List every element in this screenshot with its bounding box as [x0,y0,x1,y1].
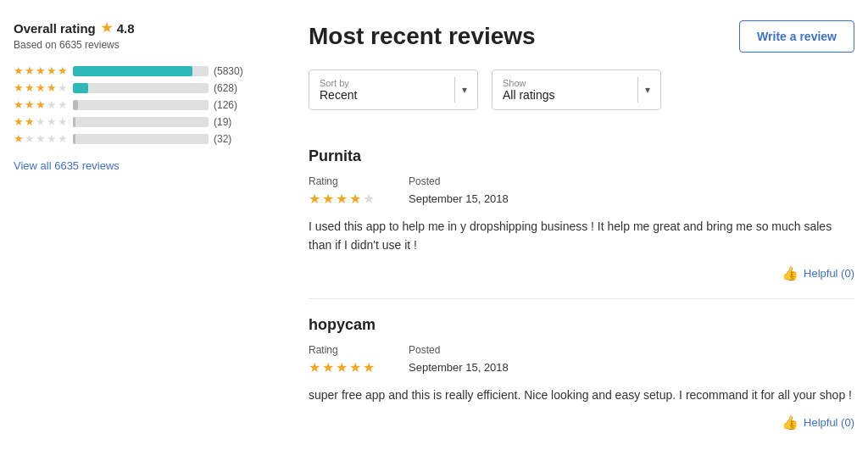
thumbs-up-icon: 👍 [782,265,798,281]
posted-label: Posted [409,175,509,187]
review-meta: Rating ★ ★ ★ ★ ★ Posted September 15, 20… [309,175,854,207]
star: ★ [349,191,361,207]
show-value: All ratings [503,88,554,102]
star: ★ [14,115,24,128]
star: ★ [336,359,348,375]
rating-bar-row-3: ★ ★ ★ ★ ★ (126) [14,98,281,111]
review-date: September 15, 2018 [409,191,509,205]
left-panel: Overall rating ★ 4.8 Based on 6635 revie… [14,20,302,447]
most-recent-title: Most recent reviews [309,23,536,50]
review-stars: ★ ★ ★ ★ ★ [309,359,375,375]
posted-col: Posted September 15, 2018 [409,175,509,207]
rating-bar-row-4: ★ ★ ★ ★ ★ (628) [14,81,281,94]
posted-label: Posted [409,344,509,356]
thumbs-up-icon: 👍 [782,414,798,431]
star: ★ [349,359,361,375]
bar-fill [73,117,75,127]
star-empty: ★ [58,98,68,111]
star-empty: ★ [58,81,68,94]
star: ★ [336,191,348,207]
star: ★ [309,191,320,207]
show-label: Show [503,78,631,88]
write-review-button[interactable]: Write a review [739,20,854,53]
stars-3: ★ ★ ★ ★ ★ [14,98,68,111]
filter-divider [637,77,638,103]
bar-count: (19) [214,116,244,128]
helpful-row: 👍 Helpful (0) [309,414,854,431]
helpful-label: Helpful (0) [804,416,854,429]
show-select[interactable]: Show All ratings ▾ [492,69,661,110]
star: ★ [47,64,57,77]
rating-col: Rating ★ ★ ★ ★ ★ [309,175,375,207]
bar-count: (32) [214,133,244,145]
star: ★ [25,115,35,128]
bar-fill [73,66,192,76]
overall-rating-heading: Overall rating ★ 4.8 [14,20,281,36]
review-text: I used this app to help me in y dropship… [309,217,854,255]
bar-count: (5830) [214,65,244,77]
stars-1: ★ ★ ★ ★ ★ [14,132,68,145]
review-date: September 15, 2018 [409,359,509,374]
star: ★ [25,81,35,94]
star: ★ [14,132,24,145]
sort-by-inner: Sort by Recent [320,78,448,102]
rating-bars: ★ ★ ★ ★ ★ (5830) ★ ★ ★ ★ ★ [14,64,281,145]
star: ★ [58,64,68,77]
bar-track [73,66,209,76]
bar-fill [73,83,88,93]
star: ★ [309,359,320,375]
star-empty: ★ [47,98,57,111]
bar-count: (628) [214,82,244,94]
bar-track [73,134,209,144]
star-empty: ★ [58,132,68,145]
right-header: Most recent reviews Write a review [309,20,854,53]
review-item: hopycam Rating ★ ★ ★ ★ ★ Posted Septembe… [309,299,854,447]
star-empty: ★ [47,115,57,128]
star: ★ [25,64,35,77]
rating-bar-row-2: ★ ★ ★ ★ ★ (19) [14,115,281,128]
stars-4: ★ ★ ★ ★ ★ [14,81,68,94]
rating-value: 4.8 [117,21,135,36]
sort-by-value: Recent [320,88,357,102]
bar-track [73,100,209,110]
sort-by-select[interactable]: Sort by Recent ▾ [309,69,478,110]
star-empty: ★ [47,132,57,145]
sort-by-label: Sort by [320,78,448,88]
star-empty: ★ [36,132,46,145]
filter-row: Sort by Recent ▾ Show All ratings ▾ [309,69,854,110]
star-empty: ★ [58,115,68,128]
star: ★ [25,98,35,111]
posted-col: Posted September 15, 2018 [409,344,509,375]
rating-label: Rating [309,175,375,187]
review-meta: Rating ★ ★ ★ ★ ★ Posted September 15, 20… [309,344,854,375]
star: ★ [47,81,57,94]
star: ★ [322,359,334,375]
overall-label: Overall rating [14,21,96,36]
bar-count: (126) [214,99,244,111]
review-author: hopycam [309,316,854,334]
star: ★ [14,64,24,77]
star: ★ [14,81,24,94]
review-author: Purnita [309,147,854,165]
rating-label: Rating [309,344,375,356]
rating-bar-row-5: ★ ★ ★ ★ ★ (5830) [14,64,281,77]
bar-fill [73,100,78,110]
helpful-button[interactable]: 👍 Helpful (0) [782,265,854,281]
review-stars: ★ ★ ★ ★ ★ [309,191,375,207]
star: ★ [36,64,46,77]
chevron-down-icon: ▾ [462,84,467,96]
star: ★ [363,359,375,375]
filter-divider [454,77,455,103]
star: ★ [14,98,24,111]
star: ★ [322,191,334,207]
rating-col: Rating ★ ★ ★ ★ ★ [309,344,375,375]
bar-fill [73,134,75,144]
stars-5: ★ ★ ★ ★ ★ [14,64,68,77]
stars-2: ★ ★ ★ ★ ★ [14,115,68,128]
review-item: Purnita Rating ★ ★ ★ ★ ★ Posted Septembe… [309,131,854,299]
bar-track [73,83,209,93]
view-all-reviews-link[interactable]: View all 6635 reviews [14,159,120,172]
right-panel: Most recent reviews Write a review Sort … [302,20,854,447]
bar-track [73,117,209,127]
helpful-button[interactable]: 👍 Helpful (0) [782,414,854,431]
